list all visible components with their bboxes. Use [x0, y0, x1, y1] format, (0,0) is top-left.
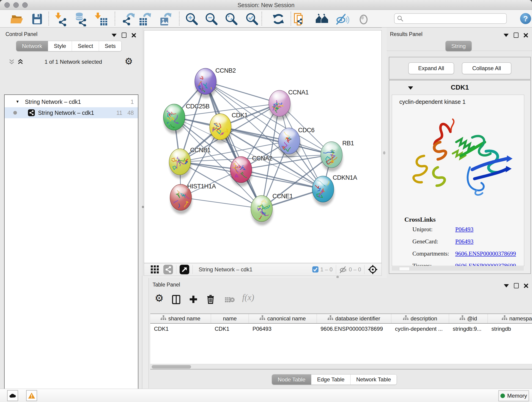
search-input[interactable] [394, 13, 507, 24]
add-column-icon[interactable] [189, 295, 198, 304]
protein-detail-box: cyclin-dependent kinase 1 [392, 95, 524, 266]
cloud-status-button[interactable] [7, 390, 18, 401]
bird-eye-toggle-icon[interactable] [368, 264, 378, 274]
network-list-header: 1 of 1 Network selected ⚙ [0, 57, 142, 67]
table-cell[interactable]: cyclin-dependent ... [391, 324, 449, 334]
crosslink-link[interactable]: P06493 [455, 226, 473, 233]
network-collection-row[interactable]: ▼ String Network – cdk1 1 [5, 96, 138, 107]
function-builder-icon: f(x) [242, 292, 254, 302]
zoom-out-icon[interactable] [204, 12, 219, 26]
crosslink-link[interactable]: P06493 [455, 238, 473, 245]
float-panel-icon[interactable] [514, 283, 519, 288]
export-image-icon[interactable] [158, 12, 173, 26]
tab-edge-table[interactable]: Edge Table [311, 375, 350, 385]
left-splitter[interactable] [142, 27, 144, 276]
home-icon[interactable] [315, 12, 329, 26]
open-session-icon[interactable] [10, 12, 24, 26]
save-session-icon[interactable] [30, 12, 44, 26]
column-header-name[interactable]: name [211, 314, 249, 323]
network-edge[interactable] [241, 170, 323, 189]
table-cell[interactable]: stringdb [488, 324, 532, 334]
column-header-label: @id [467, 315, 477, 322]
column-header-label: namespace [509, 315, 532, 322]
table-cell[interactable]: 9606.ENSP00000378699 [317, 324, 391, 334]
warning-status-button[interactable] [26, 390, 37, 401]
tree-expander-icon[interactable]: ▼ [16, 99, 19, 104]
network-canvas[interactable]: CCNB2CCNA1CDC25BCDK1CDC6RB1CCNB1CCNA2CDK… [144, 30, 382, 263]
collapse-panel-icon[interactable] [112, 34, 117, 37]
zoom-fit-content-icon[interactable] [224, 12, 239, 26]
table-cell[interactable]: CDK1 [211, 324, 249, 334]
column-header-description[interactable]: description [391, 314, 449, 323]
results-hscrollbar[interactable] [392, 267, 524, 271]
tab-sets[interactable]: Sets [99, 41, 121, 51]
right-splitter[interactable] [382, 27, 387, 276]
string-network-graph[interactable]: CCNB2CCNA1CDC25BCDK1CDC6RB1CCNB1CCNA2CDK… [144, 31, 381, 263]
network-edge[interactable] [181, 197, 262, 209]
float-panel-icon[interactable] [514, 32, 519, 38]
tab-network[interactable]: Network [16, 41, 48, 51]
detach-view-icon[interactable] [180, 265, 189, 274]
export-table-icon[interactable] [138, 12, 152, 26]
expand-all-icon[interactable] [17, 59, 24, 65]
collapse-panel-icon[interactable] [504, 284, 509, 287]
column-header-database-identifier[interactable]: database identifier [317, 314, 391, 323]
zoom-selected-icon[interactable] [245, 12, 259, 26]
show-hide-graphics-details-icon[interactable] [335, 12, 350, 26]
crosslink-link[interactable]: 9606.ENSP00000378699 [455, 262, 516, 266]
column-header-canonical-name[interactable]: canonical name [249, 314, 317, 323]
column-header-namespace[interactable]: namespace [488, 314, 532, 323]
zoom-in-icon[interactable] [184, 12, 199, 26]
collapse-all-icon[interactable] [8, 59, 15, 65]
import-table-from-file-icon[interactable] [94, 12, 109, 26]
network-options-gear-icon[interactable]: ⚙ [125, 56, 133, 66]
refresh-view-icon[interactable] [271, 12, 286, 26]
memory-button[interactable]: Memory [498, 390, 529, 401]
crosslink-label: Tissues: [412, 262, 432, 266]
node-label-ccnb1: CCNB1 [190, 147, 210, 153]
grid-view-icon[interactable] [151, 265, 159, 274]
node-label-cdc25b: CDC25B [186, 103, 210, 110]
tab-node-table[interactable]: Node Table [272, 375, 311, 385]
status-bar: Memory [0, 389, 532, 402]
close-panel-icon[interactable] [132, 33, 136, 38]
network-share-view-icon[interactable] [163, 265, 173, 274]
results-panel-tabs: String [445, 41, 472, 51]
selected-checkbox-icon[interactable] [312, 266, 318, 273]
export-network-icon[interactable] [121, 12, 136, 26]
control-panel-title: Control Panel [6, 31, 37, 37]
close-panel-icon[interactable] [524, 33, 528, 38]
column-header--id[interactable]: @id [449, 314, 488, 323]
expand-collapse-box: Expand All Collapse All [389, 57, 531, 80]
import-network-from-file-icon[interactable] [54, 12, 69, 26]
sitemap-icon [260, 315, 265, 322]
table-hscrollbar-thumb[interactable] [152, 365, 191, 369]
close-panel-icon[interactable] [524, 283, 528, 288]
table-cell[interactable]: P06493 [249, 324, 317, 334]
help-icon[interactable]: ? [519, 12, 532, 25]
column-header-shared-name[interactable]: shared name [150, 314, 211, 323]
float-panel-icon[interactable] [122, 32, 127, 38]
table-row[interactable]: CDK1CDK1P064939606.ENSP00000378699cyclin… [150, 324, 532, 334]
crosslink-label: GeneCard: [412, 238, 438, 245]
import-network-from-database-icon[interactable] [74, 12, 89, 26]
network-row[interactable]: String Network – cdk1 11 48 [5, 107, 138, 118]
show-columns-icon[interactable] [172, 295, 180, 304]
node-count: 11 [116, 109, 122, 116]
collapse-all-button[interactable]: Collapse All [462, 62, 511, 74]
tab-string[interactable]: String [446, 41, 472, 51]
share-document-icon[interactable] [293, 12, 307, 26]
expand-all-button[interactable]: Expand All [408, 62, 454, 74]
edge-count: 48 [127, 109, 134, 116]
table-cell[interactable]: CDK1 [150, 324, 211, 334]
tab-select[interactable]: Select [72, 41, 99, 51]
network-edge[interactable] [220, 127, 331, 155]
table-options-gear-icon[interactable]: ⚙ [155, 292, 164, 304]
toggle-bird-eye-icon[interactable] [356, 12, 371, 26]
table-cell[interactable]: stringdb:9... [449, 324, 488, 334]
collapse-panel-icon[interactable] [504, 34, 509, 37]
tab-network-table[interactable]: Network Table [350, 375, 397, 385]
delete-column-icon[interactable] [206, 294, 215, 304]
tab-style[interactable]: Style [48, 41, 72, 51]
crosslink-link[interactable]: 9606.ENSP00000378699 [455, 250, 516, 257]
